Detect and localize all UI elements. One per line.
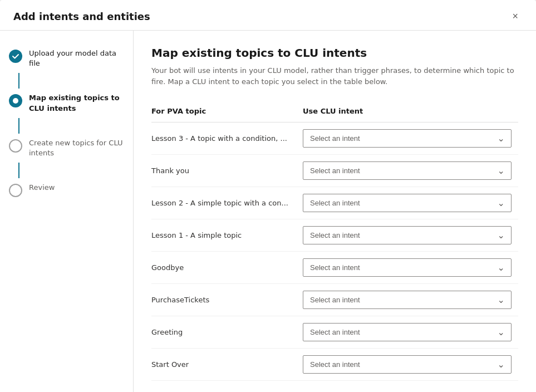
col-header-clu: Use CLU intent [296,102,518,122]
section-description: Your bot will use intents in your CLU mo… [151,65,518,87]
table-row: PurchaseTicketsSelect an intent [151,284,518,316]
intent-select-3[interactable]: Select an intent [303,226,512,244]
step-connector-3 [18,163,19,178]
dialog-body: Upload your model data file Map existing… [0,31,536,392]
intent-cell: Select an intent [296,349,518,381]
table-row: Thank youSelect an intent [151,155,518,187]
topic-cell: Lesson 1 - A simple topic [151,219,296,252]
step-item-map: Map existing topics to CLU intents [9,89,124,117]
close-button[interactable]: × [508,9,523,23]
intent-cell: Select an intent [296,155,518,187]
intent-cell: Select an intent [296,316,518,349]
step-label-map: Map existing topics to CLU intents [29,93,124,113]
topic-cell: Greeting [151,316,296,349]
table-row: Lesson 3 - A topic with a condition, ...… [151,122,518,155]
step-item-create: Create new topics for CLU intents [9,134,124,163]
mapping-table: For PVA topic Use CLU intent Lesson 3 - … [151,102,518,381]
sidebar: Upload your model data file Map existing… [0,31,134,392]
intent-select-1[interactable]: Select an intent [303,161,512,180]
select-wrapper: Select an intent [303,226,512,244]
step-connector-2 [18,118,19,134]
intent-select-2[interactable]: Select an intent [303,194,512,212]
select-wrapper: Select an intent [303,291,512,309]
select-wrapper: Select an intent [303,129,512,148]
step-icon-upload [9,50,22,63]
intent-select-0[interactable]: Select an intent [303,129,512,148]
select-wrapper: Select an intent [303,194,512,212]
table-row: GoodbyeSelect an intent [151,252,518,284]
col-header-pva: For PVA topic [151,102,296,122]
step-label-review: Review [29,183,55,193]
main-content: Map existing topics to CLU intents Your … [134,31,536,392]
intent-select-6[interactable]: Select an intent [303,323,512,341]
table-row: Start OverSelect an intent [151,349,518,381]
dialog-header: Add intents and entities × [0,0,536,31]
step-connector-1 [18,73,19,89]
step-icon-map [9,94,22,107]
step-label-create: Create new topics for CLU intents [29,138,124,158]
topic-cell: Lesson 2 - A simple topic with a con... [151,187,296,219]
intent-cell: Select an intent [296,219,518,252]
intent-cell: Select an intent [296,122,518,155]
topic-cell: PurchaseTickets [151,284,296,316]
table-row: Lesson 1 - A simple topicSelect an inten… [151,219,518,252]
table-row: Lesson 2 - A simple topic with a con...S… [151,187,518,219]
topic-cell: Start Over [151,349,296,381]
table-row: GreetingSelect an intent [151,316,518,349]
dialog: Add intents and entities × Upload your m… [0,0,536,392]
intent-select-5[interactable]: Select an intent [303,291,512,309]
select-wrapper: Select an intent [303,323,512,341]
select-wrapper: Select an intent [303,258,512,277]
step-icon-create [9,139,22,153]
step-icon-review [9,184,22,197]
intent-select-4[interactable]: Select an intent [303,258,512,277]
dialog-title: Add intents and entities [13,11,150,22]
section-title: Map existing topics to CLU intents [151,46,518,60]
topic-cell: Lesson 3 - A topic with a condition, ... [151,122,296,155]
select-wrapper: Select an intent [303,161,512,180]
intent-cell: Select an intent [296,252,518,284]
step-item-review: Review [9,178,124,202]
step-label-upload: Upload your model data file [29,48,124,68]
topic-cell: Thank you [151,155,296,187]
intent-cell: Select an intent [296,284,518,316]
intent-cell: Select an intent [296,187,518,219]
select-wrapper: Select an intent [303,355,512,374]
step-item-upload: Upload your model data file [9,44,124,73]
intent-select-7[interactable]: Select an intent [303,355,512,374]
topic-cell: Goodbye [151,252,296,284]
